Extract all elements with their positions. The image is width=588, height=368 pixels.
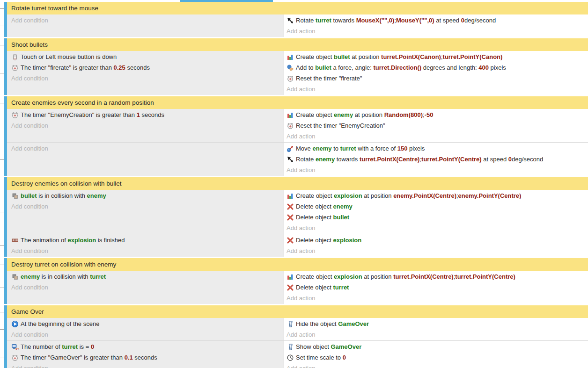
actions-cell[interactable]: Move enemy to turret with a force of 150… [284,143,588,176]
plain-text: at speed [434,17,461,24]
conditions-cell[interactable]: At the beginning of the sceneAdd conditi… [7,318,284,340]
condition-row[interactable]: bullet is in collision with enemy [11,190,284,201]
conditions-cell[interactable]: Add condition [7,143,284,176]
action-row[interactable]: Create object enemy at position Random(8… [287,109,588,120]
action-row[interactable]: Delete object bullet [287,212,588,223]
actions-cell[interactable]: Create object explosion at position turr… [284,271,588,304]
timer-icon [287,75,294,82]
delete-icon [287,203,294,210]
event-group: Shoot bulletsTouch or Left mouse button … [4,38,588,95]
plain-text: Create object [296,192,334,199]
action-row[interactable]: Rotate enemy towards turret.PointX(Centr… [287,154,588,165]
group-comment-header[interactable]: Game Over [7,305,588,318]
conditions-cell[interactable]: The animation of explosion is finishedAd… [7,234,284,257]
expression-value: enemy.PointX(Centre) [393,192,456,199]
create-icon [287,111,294,119]
actions-cell[interactable]: Rotate turret towards MouseX("",0);Mouse… [284,14,588,37]
action-row[interactable]: Add to bullet a force, angle: turret.Dir… [287,62,588,73]
actions-cell[interactable]: Create object bullet at position turret.… [284,51,588,95]
conditions-cell[interactable]: Add condition [7,14,284,37]
add-condition-button[interactable]: Add condition [11,201,284,212]
action-row[interactable]: Reset the timer "firerate" [287,73,588,84]
plain-text: pixels [489,64,506,71]
group-comment-header[interactable]: Create enemies every second in a random … [7,96,588,109]
add-action-button[interactable]: Add action [287,84,588,94]
visibility-icon [287,343,294,351]
action-row[interactable]: Delete object explosion [287,235,588,245]
action-row[interactable]: Move enemy to turret with a force of 150… [287,143,588,154]
event-row: The timer "EnemyCreation" is greater tha… [7,109,588,142]
condition-row[interactable]: At the beginning of the scene [11,318,284,329]
action-row[interactable]: Show object GameOver [287,341,588,352]
add-condition-button[interactable]: Add condition [11,143,284,154]
action-row[interactable]: Rotate turret towards MouseX("",0);Mouse… [287,15,588,26]
action-text: Rotate turret towards MouseX("",0);Mouse… [296,17,496,24]
object-name: bullet [315,64,331,71]
action-text: Reset the timer "EnemyCreation" [296,122,385,129]
timer-icon [11,354,19,361]
conditions-cell[interactable]: The timer "EnemyCreation" is greater tha… [7,109,284,142]
add-condition-button[interactable]: Add condition [11,15,284,26]
plain-text: Hide the object [296,320,338,327]
add-action-button[interactable]: Add action [287,165,588,175]
add-condition-button[interactable]: Add condition [11,120,284,131]
add-action-button[interactable]: Add action [287,293,588,303]
action-row[interactable]: Create object explosion at position turr… [287,271,588,282]
plain-text: towards [335,156,360,163]
actions-cell[interactable]: Delete object explosionAdd action [284,234,588,257]
action-text: Delete object enemy [296,203,353,210]
add-condition-button[interactable]: Add condition [11,329,284,340]
plain-text: The timer "GameOver" is greater than [21,354,125,361]
conditions-cell[interactable]: bullet is in collision with enemyAdd con… [7,190,284,234]
condition-text: The animation of explosion is finished [21,237,125,244]
condition-row[interactable]: The timer "firerate" is greater than 0.2… [11,62,284,73]
add-action-button[interactable]: Add action [287,223,588,233]
condition-row[interactable]: The timer "GameOver" is greater than 0.1… [11,352,284,363]
timer-icon [287,122,294,130]
action-row[interactable]: Delete object turret [287,282,588,293]
group-comment-header[interactable]: Destroy enemies on collision with bullet [7,177,588,190]
action-row[interactable]: Hide the object GameOver [287,318,588,329]
plain-text: Delete object [296,237,333,244]
conditions-cell[interactable]: x?The number of turret is = 0The timer "… [7,341,284,368]
action-row[interactable]: Create object bullet at position turret.… [287,51,588,62]
group-comment-header[interactable]: Destroy turret on collision with enemy [7,258,588,271]
action-row[interactable]: Reset the timer "EnemyCreation" [287,120,588,131]
move-icon [287,145,294,152]
add-condition-button[interactable]: Add condition [11,363,284,368]
condition-row[interactable]: enemy is in collision with turret [11,271,284,282]
actions-cell[interactable]: Show object GameOverSet time scale to 0A… [284,341,588,368]
condition-row[interactable]: The timer "EnemyCreation" is greater tha… [11,109,284,120]
plain-text: is in collision with [37,192,87,199]
plain-text: Delete object [296,214,333,221]
conditions-cell[interactable]: enemy is in collision with turretAdd con… [7,271,284,304]
action-row[interactable]: Delete object enemy [287,201,588,212]
plain-text: Set time scale to [296,354,343,361]
group-comment-header[interactable]: Shoot bullets [7,38,588,51]
add-action-button[interactable]: Add action [287,131,588,142]
force-icon [287,64,294,72]
plain-text: seconds [133,354,157,361]
add-action-button[interactable]: Add action [287,329,588,340]
action-row[interactable]: Set time scale to 0 [287,352,588,363]
condition-row[interactable]: The animation of explosion is finished [11,235,284,245]
condition-row[interactable]: x?The number of turret is = 0 [11,341,284,352]
add-condition-button[interactable]: Add condition [11,245,284,256]
conditions-cell[interactable]: Touch or Left mouse button is downThe ti… [7,51,284,95]
group-comment-header[interactable]: Rotate turret toward the mouse [7,2,588,14]
timer-icon [11,111,19,119]
add-action-button[interactable]: Add action [287,245,588,256]
actions-cell[interactable]: Create object explosion at position enem… [284,190,588,234]
action-row[interactable]: Create object explosion at position enem… [287,190,588,201]
add-condition-button[interactable]: Add condition [11,282,284,293]
add-condition-button[interactable]: Add condition [11,73,284,84]
object-name: turret [340,145,356,152]
actions-cell[interactable]: Create object enemy at position Random(8… [284,109,588,142]
event-row: bullet is in collision with enemyAdd con… [7,190,588,234]
actions-cell[interactable]: Hide the object GameOverAdd action [284,318,588,340]
add-action-button[interactable]: Add action [287,26,588,36]
condition-row[interactable]: Touch or Left mouse button is down [11,51,284,62]
expression-value: turret.PointY(Centre) [455,273,515,280]
add-action-button[interactable]: Add action [287,363,588,368]
begin-icon [11,320,19,328]
